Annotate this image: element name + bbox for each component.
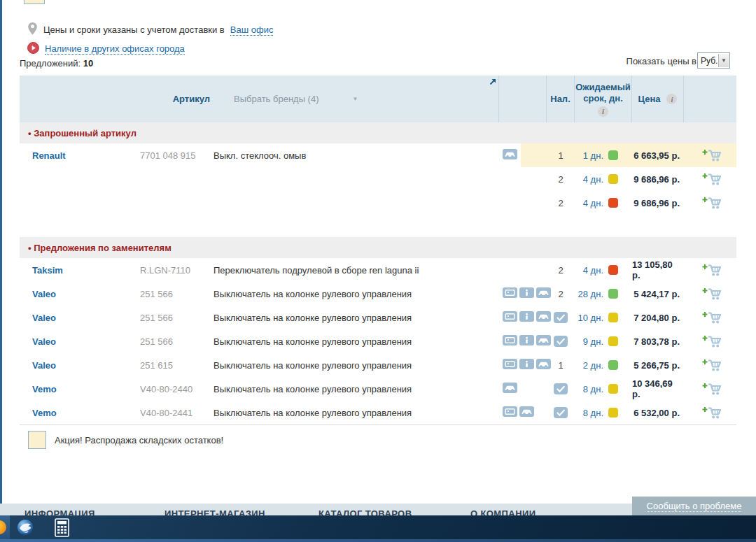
- offer-row: Vemo V40-80-2441 Выключатель на колонке …: [20, 401, 736, 425]
- part-description: Выключатель на колонке рулевого управлен…: [210, 282, 499, 306]
- info-icon[interactable]: [519, 359, 534, 371]
- footer-col-information[interactable]: ИНФОРМАЦИЯ: [24, 508, 95, 515]
- currency-select[interactable]: Руб. ▼: [697, 52, 730, 69]
- taskbar-bottom-strip: [0, 539, 756, 542]
- brand-link[interactable]: Valeo: [32, 336, 56, 347]
- eta-cell: 4 дн.: [575, 167, 632, 191]
- offer-row: Valeo 251 566 Выключатель на колонке рул…: [20, 329, 736, 353]
- status-square-green: [608, 150, 618, 160]
- article-number: 251 566: [118, 329, 210, 353]
- delivery-note-text: Цены и сроки указаны с учетом доставки в: [43, 24, 225, 35]
- branches-availability-link[interactable]: Наличие в других офисах города: [45, 43, 185, 55]
- brand-link[interactable]: Valeo: [32, 360, 56, 371]
- eta-cell: 9 дн.: [575, 329, 632, 353]
- offers-count-label: Предложений:: [20, 58, 80, 69]
- header-brand-cell: [20, 76, 118, 122]
- price-value: 5 266,75 р.: [632, 353, 684, 377]
- article-number: 7701 048 915: [118, 143, 210, 167]
- availability-qty: 2: [547, 282, 575, 306]
- add-to-cart-button[interactable]: [699, 405, 722, 420]
- photo-icon[interactable]: [503, 287, 517, 300]
- part-description: Выключатель на колонке рулевого управлен…: [210, 401, 499, 425]
- add-to-cart-button[interactable]: [699, 381, 722, 397]
- row-icons: [499, 353, 547, 377]
- brand-link[interactable]: Valeo: [32, 289, 56, 299]
- show-prices-label: Показать цены в: [626, 56, 696, 66]
- eta-cell: 4 дн.: [575, 191, 632, 215]
- brand-link[interactable]: Valeo: [32, 313, 56, 323]
- brand-link[interactable]: Taksim: [32, 265, 63, 276]
- chevron-down-icon[interactable]: ▼: [353, 96, 358, 102]
- eta-cell: 2 дн.: [575, 353, 632, 377]
- availability-qty: 1: [547, 143, 575, 167]
- eta-days: 10 дн.: [578, 313, 603, 323]
- chevron-down-icon[interactable]: ▼: [718, 54, 729, 67]
- row-icons: [499, 377, 547, 401]
- eta-cell: 10 дн.: [575, 306, 632, 329]
- add-to-cart-button[interactable]: [699, 171, 722, 187]
- article-number: V40-80-2441: [118, 401, 210, 425]
- info-icon[interactable]: [519, 335, 534, 348]
- expand-arrow-icon[interactable]: [489, 77, 496, 87]
- add-to-cart-button[interactable]: [699, 310, 722, 325]
- footer-col-catalog[interactable]: КАТАЛОГ ТОВАРОВ: [318, 508, 412, 515]
- eta-days: 8 дн.: [583, 408, 603, 418]
- car-applicability-icon[interactable]: [519, 406, 534, 419]
- in-stock-check-icon: [554, 312, 568, 323]
- status-square-yellow: [608, 384, 618, 394]
- in-stock-check-icon: [554, 383, 568, 394]
- article-number: 251 615: [118, 353, 210, 377]
- part-description: Выключатель на колонке рулевого управлен…: [210, 329, 499, 353]
- car-applicability-icon[interactable]: [503, 149, 517, 162]
- promo-swatch: [28, 431, 46, 449]
- offers-count-line: Предложений: 10: [20, 58, 93, 69]
- status-square-yellow: [608, 336, 618, 346]
- firefox-taskbar-button[interactable]: [0, 515, 10, 539]
- car-applicability-icon[interactable]: [503, 383, 517, 395]
- footer-col-about[interactable]: О КОМПАНИИ: [470, 508, 536, 515]
- thunderbird-icon[interactable]: [17, 519, 34, 538]
- footer-col-online-store[interactable]: ИНТЕРНЕТ-МАГАЗИН: [164, 508, 265, 515]
- availability-qty: 1: [547, 353, 575, 377]
- group-spacer: [20, 215, 736, 237]
- price-value: 7 803,78 р.: [632, 329, 684, 353]
- photo-icon[interactable]: [503, 359, 517, 371]
- add-to-cart-button[interactable]: [699, 148, 722, 163]
- info-circle-icon[interactable]: i: [666, 94, 677, 104]
- info-icon[interactable]: [519, 311, 534, 324]
- offer-row: Renault 7701 048 915 Выкл. стеклооч. омы…: [20, 143, 736, 167]
- brand-link[interactable]: Vemo: [32, 408, 57, 418]
- brand-link[interactable]: Renault: [32, 150, 66, 161]
- photo-icon[interactable]: [503, 406, 517, 419]
- brand-filter-dropdown[interactable]: Выбрать бренды (4): [234, 94, 319, 104]
- location-pin-icon: [27, 22, 38, 38]
- info-icon[interactable]: [519, 287, 534, 300]
- your-office-link[interactable]: Ваш офис: [230, 24, 274, 36]
- add-to-cart-button[interactable]: [699, 195, 722, 211]
- header-cart-cell: [684, 76, 736, 122]
- add-to-cart-button[interactable]: [699, 357, 722, 373]
- price-value: 9 686,96 р.: [632, 167, 684, 191]
- calculator-icon[interactable]: [55, 518, 69, 539]
- brand-link[interactable]: Vemo: [32, 384, 57, 394]
- eta-cell: 8 дн.: [575, 401, 632, 425]
- part-description: Переключатель подрулевой в сборе ren lag…: [210, 258, 499, 282]
- status-square-red: [608, 265, 618, 275]
- in-stock-check: [547, 306, 575, 329]
- photo-icon[interactable]: [503, 335, 517, 348]
- photo-icon[interactable]: [503, 311, 517, 324]
- eta-cell: 8 дн.: [575, 377, 632, 401]
- status-square-red: [608, 198, 618, 208]
- info-circle-icon[interactable]: i: [598, 106, 608, 117]
- availability-qty: 2: [547, 191, 575, 215]
- in-stock-check-icon: [554, 336, 568, 347]
- eta-days: 1 дн.: [583, 150, 603, 161]
- play-circle-icon: [27, 42, 39, 56]
- section-requested-article: • Запрошенный артикул: [20, 122, 736, 143]
- price-value: 5 424,17 р.: [632, 282, 684, 306]
- offer-row: Taksim R.LGN-7110 Переключатель подрулев…: [20, 258, 736, 282]
- header-desc-cell: Выбрать бренды (4) ▼: [210, 76, 499, 122]
- add-to-cart-button[interactable]: [699, 262, 722, 278]
- add-to-cart-button[interactable]: [699, 286, 722, 301]
- add-to-cart-button[interactable]: [699, 334, 722, 349]
